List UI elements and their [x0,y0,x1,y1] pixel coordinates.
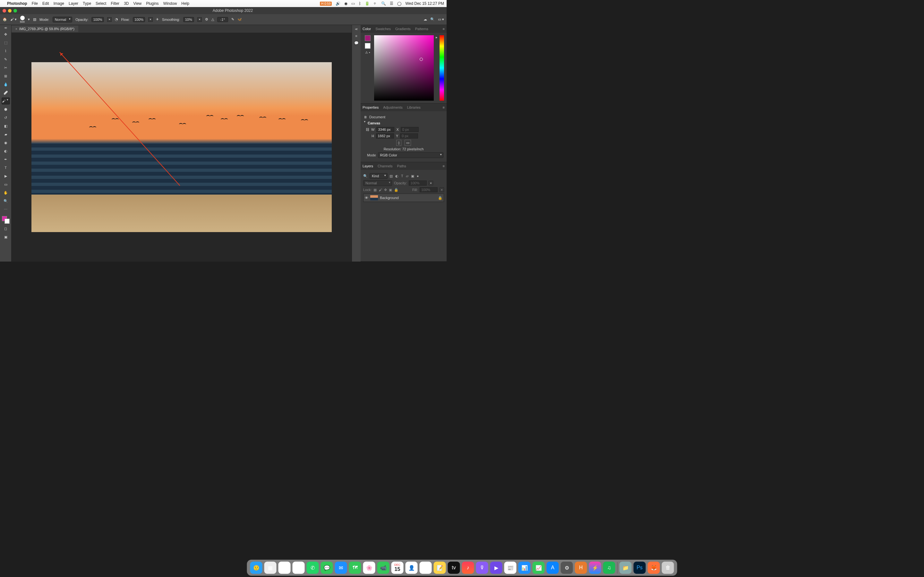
cloud-docs-icon[interactable]: ☁ [423,17,427,21]
layer-name[interactable]: Background [380,196,399,200]
panel-menu-icon[interactable]: ≡ [443,105,445,109]
visibility-icon[interactable]: 👁 [365,196,368,200]
pressure-size-icon[interactable]: ✎ [231,17,234,21]
spotlight-icon[interactable]: 🔍 [381,1,386,6]
filter-smart-icon[interactable]: ▣ [411,174,414,178]
crop-tool[interactable]: ✂ [2,64,10,71]
lock-all-icon[interactable]: 🔒 [394,188,399,192]
menu-file[interactable]: File [32,1,38,6]
edit-toolbar-icon[interactable]: ⋯ [2,206,10,213]
panel-collapse-icon[interactable]: ≪ [355,27,358,31]
foreground-swatch[interactable] [365,35,371,41]
opacity-field[interactable]: 100% [91,17,103,22]
tab-paths[interactable]: Paths [397,164,406,168]
canvas-section-header[interactable]: ˅Canvas [364,121,443,125]
siri-icon[interactable]: ◯ [397,1,401,6]
orientation-portrait-icon[interactable]: ▯ [396,140,401,146]
pressure-opacity-icon[interactable]: ◔ [115,17,118,21]
symmetry-icon[interactable]: 🦋 [237,17,242,21]
lock-position-icon[interactable]: ✥ [384,188,387,192]
document-tab[interactable]: × IMG_2769.JPG @ 59.8% (RGB/8*) [11,26,78,32]
screen-record-badge[interactable]: H 0:59 [320,2,332,6]
tab-channels[interactable]: Channels [378,164,393,168]
height-field[interactable]: 1882 px [376,133,394,139]
smoothing-dropdown[interactable]: ▾ [197,17,202,22]
panel-icon[interactable]: ≡ [355,34,357,38]
move-tool[interactable]: ✥ [2,31,10,38]
play-icon[interactable]: ◉ [344,1,347,6]
eraser-tool[interactable]: ◧ [2,122,10,129]
quick-select-tool[interactable]: ✎ [2,56,10,63]
shape-tool[interactable]: ▭ [2,181,10,188]
menu-edit[interactable]: Edit [42,1,49,6]
eyedropper-tool[interactable]: 💧 [2,81,10,88]
history-brush-tool[interactable]: ↺ [2,114,10,121]
layer-opacity-dropdown[interactable]: ▾ [429,181,433,185]
control-center-icon[interactable]: ☰ [390,1,393,6]
volume-icon[interactable]: 🔊 [336,1,341,6]
display-icon[interactable]: ▭ [351,1,355,6]
link-wh-icon[interactable]: ⛓ [366,127,369,131]
tab-adjustments[interactable]: Adjustments [383,105,403,109]
foreground-background-color[interactable] [2,216,10,224]
menu-type[interactable]: Type [83,1,91,6]
brush-angle-field[interactable]: -1° [217,17,228,22]
home-icon[interactable]: 🏠 [3,17,7,21]
flow-field[interactable]: 100% [133,17,145,22]
screen-mode-icon[interactable]: ▣ [2,234,10,240]
canvas[interactable] [11,33,352,261]
panel-menu-icon[interactable]: ≡ [443,27,445,31]
wifi-icon[interactable]: ᯤ [373,1,377,6]
flow-dropdown[interactable]: ▾ [148,17,153,22]
tab-layers[interactable]: Layers [363,164,373,168]
close-tab-icon[interactable]: × [15,27,17,31]
lock-image-icon[interactable]: 🖌 [379,188,382,192]
menu-select[interactable]: Select [95,1,106,6]
blend-mode-select[interactable]: Normal [53,17,72,23]
clone-stamp-tool[interactable]: ⬢ [2,106,10,113]
tab-properties[interactable]: Properties [363,105,379,109]
gradient-tool[interactable]: ▰ [2,131,10,138]
dodge-tool[interactable]: ◐ [2,147,10,155]
zoom-window-button[interactable] [13,9,17,13]
orientation-landscape-icon[interactable]: ▭ [405,140,411,146]
brush-tool[interactable]: 🖌 [2,97,10,105]
quick-mask-icon[interactable]: ◻ [2,225,10,232]
lasso-tool[interactable]: ⌇ [2,47,10,55]
gamut-warning-icon[interactable]: ⚠ ▪ [365,51,370,54]
lock-transparency-icon[interactable]: ▦ [373,188,376,192]
layer-row[interactable]: 👁 Background 🔒 [363,193,444,202]
search-icon[interactable]: 🔍 [363,174,368,178]
filter-pixel-icon[interactable]: ▧ [389,174,393,178]
hand-tool[interactable]: ✋ [2,189,10,196]
menu-filter[interactable]: Filter [111,1,120,6]
chevron-down-icon[interactable]: ▾ [28,17,30,21]
color-field[interactable] [374,35,434,101]
tool-preset-icon[interactable]: 🖌 ▾ [10,17,17,21]
bluetooth-icon[interactable]: ᛒ [359,1,361,6]
background-swatch[interactable] [365,43,371,49]
search-icon[interactable]: 🔍 [430,17,435,21]
frame-tool[interactable]: ⊞ [2,73,10,79]
filter-shape-icon[interactable]: ▱ [406,174,409,178]
type-tool[interactable]: T [2,164,10,171]
filter-kind-select[interactable]: Kind [370,173,388,179]
tab-libraries[interactable]: Libraries [407,105,421,109]
marquee-tool[interactable]: ⬚ [2,39,10,46]
smoothing-options-icon[interactable]: ⚙ [205,17,208,21]
hue-slider[interactable] [439,35,444,101]
tab-patterns[interactable]: Patterns [415,27,428,31]
menubar-clock[interactable]: Wed Dec 15 12:27 PM [405,1,444,6]
opacity-dropdown[interactable]: ▾ [107,17,111,22]
tab-color[interactable]: Color [363,27,371,31]
filter-adjust-icon[interactable]: ◐ [395,174,399,178]
smoothing-field[interactable]: 10% [183,17,194,22]
pen-tool[interactable]: ✒ [2,156,10,163]
layer-blend-select[interactable]: Normal [363,180,392,186]
layer-thumbnail[interactable] [370,195,378,200]
color-mode-select[interactable]: RGB Color [378,152,443,158]
menu-3d[interactable]: 3D [124,1,129,6]
close-window-button[interactable] [3,9,6,13]
battery-icon[interactable]: 🔋 [365,1,370,6]
app-name[interactable]: Photoshop [7,1,27,6]
